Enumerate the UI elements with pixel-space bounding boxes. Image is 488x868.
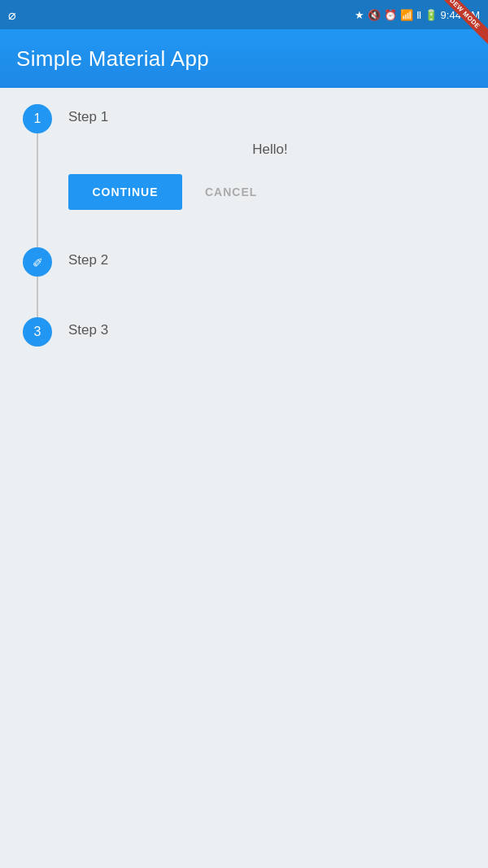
step-2-content: Step 2 — [59, 247, 472, 317]
app-bar: Simple Material App — [0, 29, 488, 88]
step-3-label: Step 3 — [68, 322, 472, 338]
step-1-section: 1 Step 1 Hello! CONTINUE CANCEL — [16, 104, 472, 247]
content: 1 Step 1 Hello! CONTINUE CANCEL ✏ — [0, 88, 488, 868]
bluetooth-icon: ★ — [355, 9, 364, 21]
app-title: Simple Material App — [16, 46, 209, 72]
step-3-section: 3 Step 3 — [16, 317, 472, 355]
step-1-left: 1 — [16, 104, 59, 247]
mute-icon: 🔇 — [368, 9, 381, 21]
stepper: 1 Step 1 Hello! CONTINUE CANCEL ✏ — [16, 104, 472, 355]
status-bar-left: ⌀ — [8, 7, 16, 23]
dew-mode-label: DEW MODE — [439, 0, 488, 44]
step-1-body-text: Hello! — [68, 142, 472, 158]
step-1-buttons: CONTINUE CANCEL — [68, 174, 472, 210]
step-1-content: Step 1 Hello! CONTINUE CANCEL — [59, 104, 472, 247]
wifi-icon: 📶 — [400, 9, 413, 21]
dew-mode-ribbon: DEW MODE — [439, 0, 488, 49]
status-bar: ⌀ ★ 🔇 ⏰ 📶 Ⅱ 🔋 9:44 PM DEW MODE — [0, 0, 488, 29]
battery-icon: 🔋 — [425, 9, 438, 21]
step-1-circle: 1 — [23, 104, 52, 133]
step-2-section: ✏ Step 2 — [16, 247, 472, 317]
signal-icon: Ⅱ — [416, 9, 421, 21]
step-2-left: ✏ — [16, 247, 59, 317]
step-1-label: Step 1 — [68, 109, 472, 125]
step-1-number: 1 — [34, 111, 41, 126]
connector-2-3 — [37, 277, 38, 317]
cancel-button[interactable]: CANCEL — [195, 174, 267, 210]
step-2-circle: ✏ — [23, 247, 52, 277]
alarm-icon: ⏰ — [384, 9, 397, 21]
step-3-left: 3 — [16, 317, 59, 355]
continue-button[interactable]: CONTINUE — [68, 174, 182, 210]
usb-icon: ⌀ — [8, 7, 16, 23]
step-3-circle: 3 — [23, 317, 52, 347]
step-1-body: Hello! CONTINUE CANCEL — [68, 133, 472, 226]
step-2-label: Step 2 — [68, 252, 472, 268]
step-3-content: Step 3 — [59, 317, 472, 355]
connector-1-2 — [37, 133, 38, 247]
step-2-edit-icon: ✏ — [28, 253, 47, 272]
step-3-number: 3 — [34, 325, 41, 339]
